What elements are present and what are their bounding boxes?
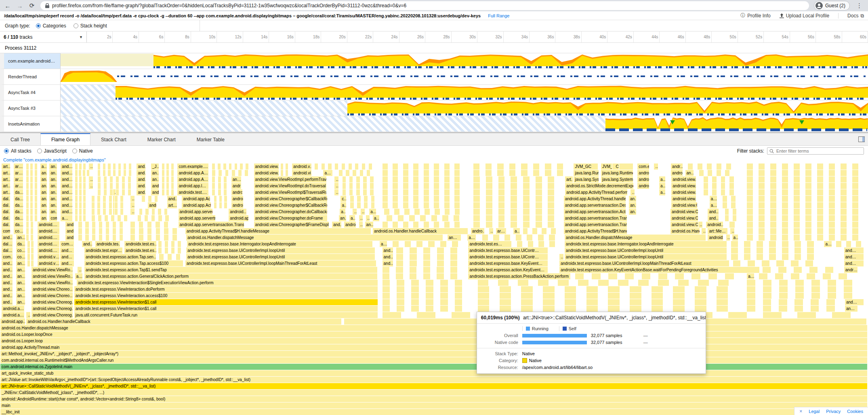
flame-cell-small[interactable] [827,293,836,299]
flame-cell[interactable]: java.lang.Runtime.gc [573,170,598,176]
flame-cell-small[interactable] [716,163,721,170]
flame-cell-small[interactable] [145,209,149,215]
flame-cell-small[interactable] [746,293,755,299]
flame-cell[interactable]: and… [136,183,145,189]
flame-cell-small[interactable] [607,306,620,312]
flame-cell-small[interactable] [27,260,30,266]
flame-cell-small[interactable] [382,189,388,195]
flame-cell-small[interactable] [817,189,823,195]
flame-cell[interactable]: android.view.C… [671,196,696,202]
flame-cell[interactable]: androi… [637,170,649,176]
flame-cell-small[interactable] [535,215,542,221]
flame-cell-small[interactable] [34,202,37,208]
flame-cell-small[interactable] [795,293,804,299]
flame-cell[interactable]: and… [1,235,13,241]
flame-cell-small[interactable] [349,183,353,189]
flame-cell[interactable]: an… [338,215,346,221]
flame-cell-small[interactable] [532,228,537,234]
flame-cell-small[interactable] [712,189,717,195]
flame-cell-small[interactable] [586,286,598,292]
flame-cell-small[interactable] [509,170,515,176]
flame-cell-small[interactable] [382,293,390,299]
flame-cell-small[interactable] [840,163,847,170]
flame-cell[interactable]: … [130,209,135,215]
flame-cell-small[interactable] [139,222,143,228]
flame-cell-small[interactable] [117,215,121,221]
track-label-asynctask-3[interactable]: AsyncTask #3 [4,101,61,116]
flame-cell-small[interactable] [433,176,439,182]
flame-cell-small[interactable] [612,163,616,170]
flame-cell-small[interactable] [828,202,835,208]
flame-cell-small[interactable] [413,183,418,189]
flame-cell[interactable]: android.view.Choreographer$CallbackRecor… [254,196,328,202]
flame-cell-small[interactable] [122,176,125,182]
flame-cell[interactable]: a… [746,273,754,279]
flame-cell-small[interactable] [542,299,555,305]
flame-cell[interactable]: android.v… [37,260,59,266]
flame-cell-small[interactable] [770,209,776,215]
flame-cell-small[interactable] [83,163,86,170]
flame-cell-small[interactable] [382,183,388,189]
flame-cell-small[interactable] [770,189,776,195]
flame-cell[interactable]: android.view.Choreographer.doCallbacks [254,209,328,215]
flame-cell-small[interactable] [409,260,416,266]
flame-cell-small[interactable] [852,202,858,208]
flame-cell-small[interactable] [852,176,858,182]
flame-cell-small[interactable] [790,273,799,279]
flame-cell-small[interactable] [392,202,398,208]
flame-cell[interactable]: a… [379,241,387,247]
flame-cell-small[interactable] [164,209,168,215]
flame-cell-small[interactable] [810,299,819,305]
flame-cell-small[interactable] [147,235,151,241]
flame-cell-small[interactable] [355,163,358,170]
flame-cell-small[interactable] [793,228,800,234]
flame-cell-small[interactable] [425,293,433,299]
flame-cell[interactable]: androidx.test.es… [124,241,156,247]
flame-cell[interactable]: androidx.test.espresso.base.Interrogator… [187,241,372,247]
flame-cell-small[interactable] [452,241,458,247]
flame-cell-small[interactable] [162,189,164,195]
flame-cell[interactable]: com.example.… [177,163,208,170]
flame-cell-small[interactable] [763,306,771,312]
flame-cell-small[interactable] [782,254,788,260]
track-label-com-example-android-[interactable]: com.example.android… [4,53,61,69]
flame-cell-small[interactable] [729,183,734,189]
flame-cell-small[interactable] [746,176,753,182]
flame-cell-small[interactable] [473,189,480,195]
flame-cell[interactable]: android.… [228,209,246,215]
flame-cell[interactable]: an… [628,196,636,202]
flame-cell-small[interactable] [321,163,325,170]
flame-cell-small[interactable] [30,196,33,202]
flame-cell[interactable]: a… [40,163,47,170]
flame-cell-small[interactable] [156,235,160,241]
flame-cell[interactable]: … [698,222,702,228]
flame-cell-small[interactable] [498,222,505,228]
flame-cell-small[interactable] [423,202,429,208]
flame-cell[interactable]: com.android.internal.os.RuntimeInit$Meth… [0,357,867,363]
flame-cell-small[interactable] [396,306,404,312]
flame-cell-small[interactable] [586,293,598,299]
flame-cell[interactable]: andro… [471,228,484,234]
flame-cell[interactable]: _J… [151,163,159,170]
flame-cell[interactable]: and… [844,247,864,254]
tab-marker-chart[interactable]: Marker Chart [137,133,186,145]
flame-cell[interactable]: android.view.ViewRootImpl.doTraversal [254,183,327,189]
flame-cell-small[interactable] [112,235,116,241]
flame-cell-small[interactable] [817,209,823,215]
flame-cell-small[interactable] [34,170,37,176]
flame-cell-small[interactable] [619,163,622,170]
flame-cell-small[interactable] [30,235,33,241]
flame-cell-small[interactable] [538,241,544,247]
flame-cell[interactable]: art… [167,202,177,208]
flame-cell-small[interactable] [485,215,492,221]
flame-cell-small[interactable] [122,183,125,189]
flame-cell-small[interactable] [345,170,349,176]
flame-cell-small[interactable] [118,163,121,170]
flame-cell-small[interactable] [30,202,33,208]
flame-cell[interactable]: art::Method_invoke(_JNIEnv*, _jobject*, … [0,351,867,357]
flame-cell[interactable]: an… [49,209,57,215]
flame-cell-small[interactable] [747,260,755,266]
flame-cell-small[interactable] [725,209,729,215]
flame-cell-small[interactable] [218,183,221,189]
flame-cell-small[interactable] [793,209,800,215]
